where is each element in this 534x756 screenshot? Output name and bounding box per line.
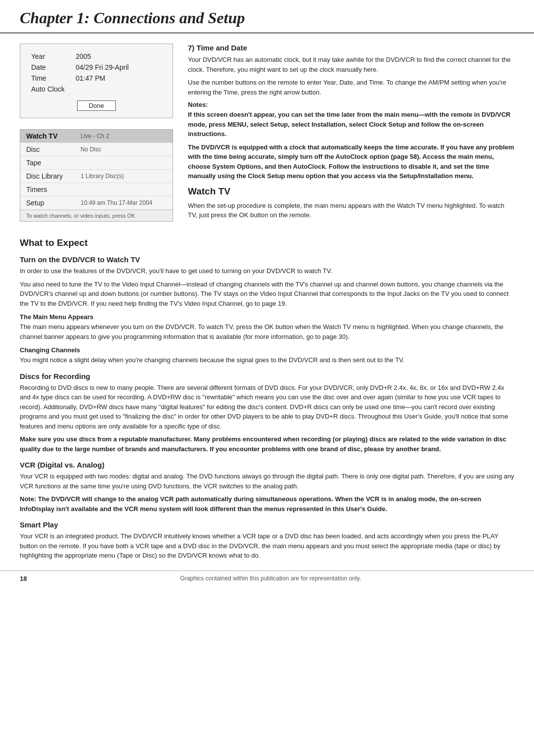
menu-item-watch-tv[interactable]: Watch TV Live - Ch 2 xyxy=(20,130,173,143)
year-label: Year xyxy=(28,51,73,62)
menu-item-disc-library-label: Disc Library xyxy=(26,172,81,180)
menu-item-disc-detail: No Disc xyxy=(81,146,101,153)
discs-recording-heading: Discs for Recording xyxy=(20,372,514,380)
page-footer: 18 Graphics contained within this public… xyxy=(0,570,534,586)
discs-recording-bold: Make sure you use discs from a reputable… xyxy=(20,434,514,454)
what-to-expect-section: What to Expect Turn on the DVD/VCR to Wa… xyxy=(20,237,514,561)
watch-tv-heading: Watch TV xyxy=(188,186,514,197)
smart-play-heading: Smart Play xyxy=(20,520,514,529)
changing-channels-para: You might notice a slight delay when you… xyxy=(20,355,514,365)
menu-footer: To watch channels, or video inputs, pres… xyxy=(20,210,173,221)
menu-item-setup[interactable]: Setup 10:49 am Thu 17-Mar 2004 xyxy=(20,196,173,210)
menu-item-setup-label: Setup xyxy=(26,199,81,207)
main-menu-appears-heading: The Main Menu Appears xyxy=(20,313,514,321)
time-date-para1: Your DVD/VCR has an automatic clock, but… xyxy=(188,55,514,74)
clock-row-autoclock: Auto Clock xyxy=(28,84,165,94)
main-menu-screen: Watch TV Live - Ch 2 Disc No Disc Tape D… xyxy=(20,129,173,222)
discs-recording-section: Discs for Recording Recording to DVD dis… xyxy=(20,372,514,454)
left-column: Year 2005 Date 04/29 Fri 29-April Time 0… xyxy=(20,44,173,233)
autoclock-label: Auto Clock xyxy=(28,84,73,94)
smart-play-para1: Your VCR is an integrated product. The D… xyxy=(20,531,514,561)
time-date-para2: Use the number buttons on the remote to … xyxy=(188,78,514,97)
smart-play-section: Smart Play Your VCR is an integrated pro… xyxy=(20,520,514,561)
turn-on-para2: You also need to tune the TV to the Vide… xyxy=(20,280,514,309)
menu-item-watch-tv-label: Watch TV xyxy=(26,132,81,140)
clock-row-time: Time 01:47 PM xyxy=(28,73,165,84)
menu-item-setup-detail: 10:49 am Thu 17-Mar 2004 xyxy=(81,199,152,206)
footer-center-text: Graphics contained within this publicati… xyxy=(180,575,361,582)
time-date-section: 7) Time and Date Your DVD/VCR has an aut… xyxy=(188,44,514,181)
clock-row-year: Year 2005 xyxy=(28,51,165,62)
vcr-digital-section: VCR (Digital vs. Analog) Your VCR is equ… xyxy=(20,461,514,514)
main-two-col: Year 2005 Date 04/29 Fri 29-April Time 0… xyxy=(0,44,534,233)
right-column: 7) Time and Date Your DVD/VCR has an aut… xyxy=(188,44,514,233)
vcr-digital-bold: Note: The DVD/VCR will change to the ana… xyxy=(20,494,514,514)
menu-item-disc[interactable]: Disc No Disc xyxy=(20,143,173,156)
watch-tv-para1: When the set-up procedure is complete, t… xyxy=(188,201,514,220)
vcr-digital-para1: Your VCR is equipped with two modes: dig… xyxy=(20,472,514,491)
menu-item-disc-library-detail: 1 Library Disc(s) xyxy=(81,173,124,180)
turn-on-section: Turn on the DVD/VCR to Watch TV In order… xyxy=(20,255,514,365)
time-label: Time xyxy=(28,73,73,84)
menu-item-tape[interactable]: Tape xyxy=(20,156,173,170)
what-to-expect-heading: What to Expect xyxy=(20,237,514,248)
note1-para: If this screen doesn't appear, you can s… xyxy=(188,110,514,139)
menu-item-disc-library[interactable]: Disc Library 1 Library Disc(s) xyxy=(20,170,173,183)
clock-row-date: Date 04/29 Fri 29-April xyxy=(28,62,165,73)
chapter-title: Chapter 1: Connections and Setup xyxy=(20,9,514,27)
date-value: 04/29 Fri 29-April xyxy=(73,62,165,73)
turn-on-para1: In order to use the features of the DVD/… xyxy=(20,266,514,276)
full-width-sections: What to Expect Turn on the DVD/VCR to Wa… xyxy=(0,237,534,561)
menu-item-disc-label: Disc xyxy=(26,145,81,153)
menu-item-tape-label: Tape xyxy=(26,159,81,167)
time-value: 01:47 PM xyxy=(73,73,165,84)
done-button[interactable]: Done xyxy=(77,100,115,111)
notes-label: Notes: xyxy=(188,101,514,108)
turn-on-heading: Turn on the DVD/VCR to Watch TV xyxy=(20,255,514,264)
vcr-digital-heading: VCR (Digital vs. Analog) xyxy=(20,461,514,469)
main-menu-appears-para: The main menu appears whenever you turn … xyxy=(20,322,514,341)
note2-para: The DVD/VCR is equipped with a clock tha… xyxy=(188,142,514,181)
page-number: 18 xyxy=(20,575,27,582)
changing-channels-heading: Changing Channels xyxy=(20,346,514,354)
time-date-heading: 7) Time and Date xyxy=(188,44,514,52)
year-value: 2005 xyxy=(73,51,165,62)
discs-recording-para1: Recording to DVD discs is new to many pe… xyxy=(20,383,514,431)
menu-item-timers-label: Timers xyxy=(26,186,81,193)
clock-setup-screen: Year 2005 Date 04/29 Fri 29-April Time 0… xyxy=(20,44,173,118)
menu-item-timers[interactable]: Timers xyxy=(20,183,173,196)
date-label: Date xyxy=(28,62,73,73)
menu-item-watch-tv-detail: Live - Ch 2 xyxy=(81,133,109,140)
page-header: Chapter 1: Connections and Setup xyxy=(0,0,534,34)
done-row: Done xyxy=(28,98,165,111)
watch-tv-section: Watch TV When the set-up procedure is co… xyxy=(188,186,514,220)
